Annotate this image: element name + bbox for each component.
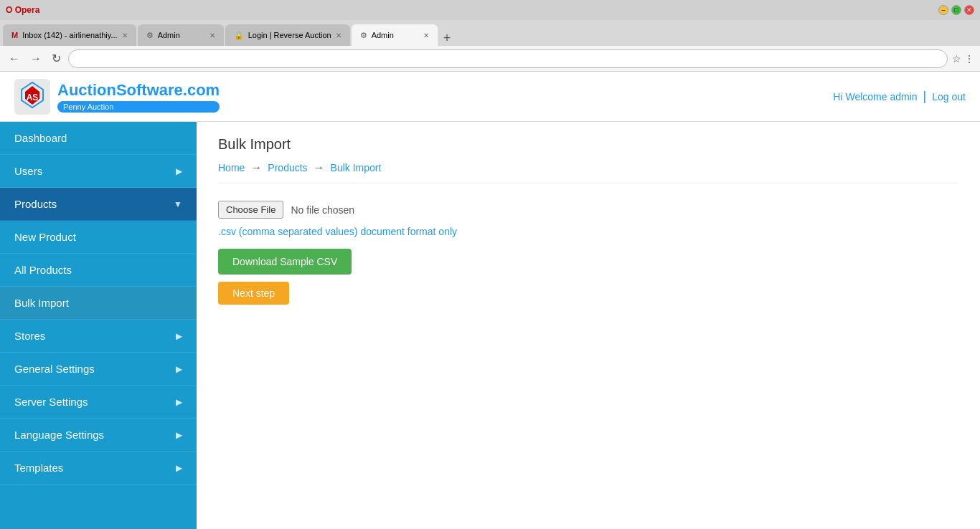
address-bar: ← → ↻ auctionsoftwaremarketplace.com:808…	[0, 46, 980, 72]
tab-login-close[interactable]: ✕	[336, 32, 341, 39]
logout-link[interactable]: Log out	[932, 91, 966, 103]
tab-admin2-close[interactable]: ✕	[423, 32, 429, 39]
logo-icon: AS	[14, 79, 50, 115]
sidebar-item-all-products[interactable]: All Products	[0, 254, 197, 287]
sidebar-item-new-product[interactable]: New Product	[0, 221, 197, 254]
close-button[interactable]: ✕	[964, 5, 974, 15]
sidebar-server-settings-label: Server Settings	[14, 396, 176, 408]
sidebar-item-users[interactable]: Users ▶	[0, 155, 197, 188]
tab-login-label: Login | Reverse Auction	[248, 31, 331, 39]
sidebar-stores-label: Stores	[14, 330, 176, 342]
page-title: Bulk Import	[218, 136, 958, 153]
file-input-area: Choose File No file chosen	[218, 201, 958, 219]
logo-name-ext: .com	[183, 81, 220, 99]
forward-button[interactable]: →	[27, 51, 44, 67]
header-welcome: Hi Welcome admin	[833, 91, 917, 103]
admin2-favicon: ⚙	[360, 31, 367, 40]
tab-bar: M Inbox (142) - airlinenathiy... ✕ ⚙ Adm…	[0, 20, 980, 46]
sidebar-item-general-settings[interactable]: General Settings ▶	[0, 353, 197, 386]
tab-admin2-label: Admin	[372, 31, 394, 39]
breadcrumb-current: Bulk Import	[331, 162, 382, 173]
breadcrumb-products[interactable]: Products	[268, 162, 307, 173]
app-wrapper: AS AuctionSoftware.com Penny Auction Hi …	[0, 72, 980, 529]
content-area: Bulk Import Home → Products → Bulk Impor…	[197, 122, 980, 529]
admin1-favicon: ⚙	[146, 31, 154, 40]
sidebar-item-language-settings[interactable]: Language Settings ▶	[0, 419, 197, 452]
choose-file-button[interactable]: Choose File	[218, 201, 283, 219]
tab-admin1-label: Admin	[158, 31, 180, 39]
logo-name: AuctionSoftware.com	[57, 81, 220, 100]
sidebar-item-stores[interactable]: Stores ▶	[0, 320, 197, 353]
sidebar-new-product-label: New Product	[14, 231, 182, 243]
breadcrumb: Home → Products → Bulk Import	[218, 161, 958, 184]
reload-button[interactable]: ↻	[49, 50, 64, 67]
main-layout: Dashboard Users ▶ Products ▼ New Product…	[0, 122, 980, 529]
sidebar: Dashboard Users ▶ Products ▼ New Product…	[0, 122, 197, 529]
sidebar-item-products[interactable]: Products ▼	[0, 188, 197, 221]
logo-area: AS AuctionSoftware.com Penny Auction	[14, 79, 220, 115]
tab-gmail-label: Inbox (142) - airlinenathiy...	[22, 31, 117, 39]
tab-gmail-close[interactable]: ✕	[122, 32, 128, 39]
logo-badge: Penny Auction	[57, 101, 220, 113]
logo-name-main: AuctionSoftware	[57, 81, 183, 99]
sidebar-item-dashboard[interactable]: Dashboard	[0, 122, 197, 155]
address-input[interactable]: auctionsoftwaremarketplace.com:8080/admi…	[68, 49, 948, 68]
sidebar-products-label: Products	[14, 198, 174, 210]
svg-text:AS: AS	[27, 92, 39, 103]
tab-admin1[interactable]: ⚙ Admin ✕	[138, 24, 224, 46]
sidebar-item-bulk-import[interactable]: Bulk Import	[0, 287, 197, 320]
sidebar-language-settings-label: Language Settings	[14, 429, 176, 441]
tab-gmail[interactable]: M Inbox (142) - airlinenathiy... ✕	[3, 24, 136, 46]
general-settings-chevron-icon: ▶	[176, 364, 182, 374]
templates-chevron-icon: ▶	[176, 463, 182, 473]
sidebar-bulk-import-label: Bulk Import	[14, 297, 182, 309]
new-tab-button[interactable]: +	[439, 31, 456, 46]
sidebar-users-label: Users	[14, 165, 176, 177]
server-settings-chevron-icon: ▶	[176, 397, 182, 407]
users-chevron-icon: ▶	[176, 166, 182, 176]
tab-admin2[interactable]: ⚙ Admin ✕	[352, 24, 438, 46]
no-file-text: No file chosen	[291, 204, 354, 216]
sidebar-item-server-settings[interactable]: Server Settings ▶	[0, 386, 197, 419]
bookmark-icon[interactable]: ☆	[952, 53, 961, 65]
gmail-favicon: M	[11, 31, 18, 39]
sidebar-dashboard-label: Dashboard	[14, 132, 182, 144]
next-step-button[interactable]: Next step	[218, 282, 289, 305]
login-favicon: 🔒	[234, 31, 244, 40]
tab-login[interactable]: 🔒 Login | Reverse Auction ✕	[225, 24, 350, 46]
breadcrumb-sep-2: →	[314, 161, 325, 174]
products-chevron-icon: ▼	[174, 199, 182, 209]
menu-icon[interactable]: ⋮	[964, 53, 974, 65]
tab-admin1-close[interactable]: ✕	[209, 32, 215, 39]
sidebar-general-settings-label: General Settings	[14, 363, 176, 375]
minimize-button[interactable]: –	[938, 5, 948, 15]
file-input-wrapper: Choose File No file chosen	[218, 201, 354, 219]
breadcrumb-home[interactable]: Home	[218, 162, 245, 173]
app-header: AS AuctionSoftware.com Penny Auction Hi …	[0, 72, 980, 122]
sidebar-all-products-label: All Products	[14, 264, 182, 276]
download-csv-button[interactable]: Download Sample CSV	[218, 249, 352, 275]
maximize-button[interactable]: □	[951, 5, 961, 15]
opera-logo: O Opera	[6, 5, 39, 15]
back-button[interactable]: ←	[6, 51, 23, 67]
title-bar: O Opera – □ ✕	[0, 0, 980, 20]
logo-text: AuctionSoftware.com Penny Auction	[57, 81, 220, 113]
sidebar-templates-label: Templates	[14, 462, 176, 474]
header-divider: |	[923, 89, 927, 104]
header-right: Hi Welcome admin | Log out	[833, 89, 966, 104]
sidebar-item-templates[interactable]: Templates ▶	[0, 452, 197, 485]
breadcrumb-sep-1: →	[250, 161, 262, 174]
csv-note: .csv (comma separated values) document f…	[218, 226, 958, 237]
stores-chevron-icon: ▶	[176, 331, 182, 341]
language-settings-chevron-icon: ▶	[176, 430, 182, 440]
